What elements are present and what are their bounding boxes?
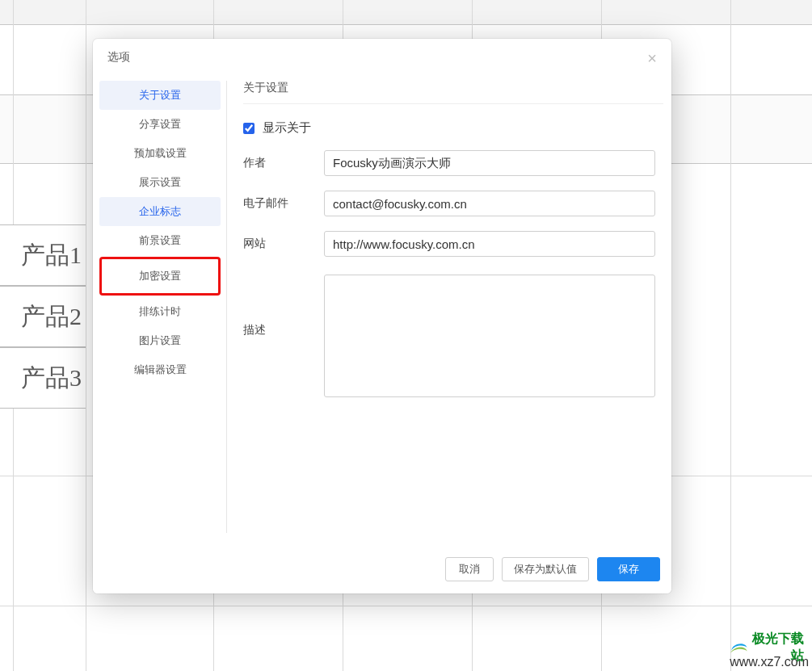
cancel-button[interactable]: 取消 bbox=[445, 557, 494, 581]
dialog-title: 选项 bbox=[93, 39, 671, 76]
bg-row-label: 产品3 bbox=[0, 347, 86, 409]
sidebar-item-label: 企业标志 bbox=[139, 204, 181, 219]
sidebar-item-label: 展示设置 bbox=[139, 175, 181, 190]
bg-row-label: 产品1 bbox=[0, 224, 86, 286]
sidebar: 关于设置 分享设置 预加载设置 展示设置 企业标志 前景设置 加密设置 排练计时… bbox=[99, 81, 221, 384]
desc-textarea[interactable] bbox=[324, 275, 655, 397]
sidebar-item-preload[interactable]: 预加载设置 bbox=[99, 139, 221, 168]
website-label: 网站 bbox=[243, 237, 324, 251]
website-row: 网站 bbox=[243, 231, 655, 257]
author-label: 作者 bbox=[243, 156, 324, 170]
sidebar-item-foreground[interactable]: 前景设置 bbox=[99, 226, 221, 255]
sidebar-item-encrypt[interactable]: 加密设置 bbox=[99, 257, 221, 296]
show-about-row: 显示关于 bbox=[243, 120, 655, 136]
watermark-brand: 极光下载站 bbox=[751, 631, 804, 665]
sidebar-item-logo[interactable]: 企业标志 bbox=[99, 197, 221, 226]
watermark: 极光下载站 www.xz7.com bbox=[730, 655, 809, 669]
sidebar-item-rehearse[interactable]: 排练计时 bbox=[99, 297, 221, 326]
sidebar-item-label: 编辑器设置 bbox=[134, 363, 187, 377]
close-icon[interactable]: × bbox=[642, 48, 662, 68]
options-dialog: 选项 × 关于设置 分享设置 预加载设置 展示设置 企业标志 前景设置 加密设置… bbox=[93, 39, 671, 593]
bg-vline bbox=[730, 0, 731, 671]
sidebar-item-label: 关于设置 bbox=[139, 88, 181, 103]
sidebar-item-share[interactable]: 分享设置 bbox=[99, 110, 221, 139]
sidebar-separator bbox=[226, 81, 227, 533]
dialog-footer: 取消 保存为默认值 保存 bbox=[93, 545, 671, 593]
save-default-button[interactable]: 保存为默认值 bbox=[502, 557, 589, 581]
sidebar-item-display[interactable]: 展示设置 bbox=[99, 168, 221, 197]
sidebar-item-about[interactable]: 关于设置 bbox=[99, 81, 221, 110]
desc-row: 描述 bbox=[243, 275, 655, 397]
desc-label: 描述 bbox=[243, 275, 324, 338]
author-input[interactable] bbox=[324, 150, 655, 176]
email-input[interactable] bbox=[324, 191, 655, 216]
sidebar-item-label: 加密设置 bbox=[139, 269, 181, 283]
show-about-label: 显示关于 bbox=[263, 120, 311, 136]
bg-hline bbox=[0, 606, 812, 606]
sidebar-item-label: 预加载设置 bbox=[134, 146, 187, 161]
author-row: 作者 bbox=[243, 150, 655, 176]
bg-row-label: 产品2 bbox=[0, 286, 86, 347]
save-button[interactable]: 保存 bbox=[597, 557, 660, 581]
show-about-checkbox[interactable] bbox=[243, 123, 255, 134]
sidebar-item-image[interactable]: 图片设置 bbox=[99, 326, 221, 355]
email-label: 电子邮件 bbox=[243, 196, 324, 211]
sidebar-item-label: 排练计时 bbox=[139, 304, 181, 319]
bg-vline bbox=[86, 0, 86, 671]
section-title: 关于设置 bbox=[243, 81, 663, 104]
bg-top-band bbox=[0, 0, 812, 25]
website-input[interactable] bbox=[324, 231, 655, 257]
sidebar-item-editor[interactable]: 编辑器设置 bbox=[99, 355, 221, 384]
sidebar-item-label: 前景设置 bbox=[139, 233, 181, 248]
sidebar-item-label: 图片设置 bbox=[139, 333, 181, 348]
swoosh-icon bbox=[730, 636, 748, 659]
email-row: 电子邮件 bbox=[243, 191, 655, 216]
settings-panel: 关于设置 显示关于 作者 电子邮件 网站 描述 bbox=[243, 81, 655, 397]
sidebar-item-label: 分享设置 bbox=[139, 117, 181, 132]
